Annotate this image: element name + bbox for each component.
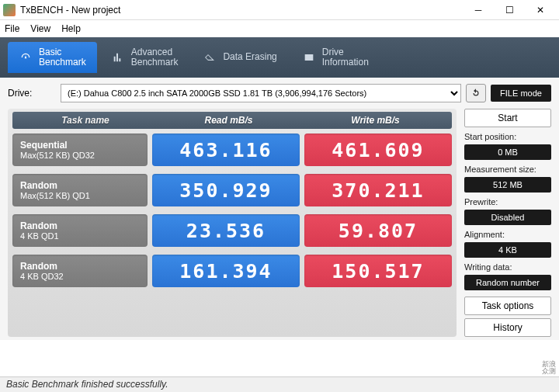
tab-advanced-benchmark[interactable]: Advanced Benchmark — [100, 42, 189, 73]
main-tabs: Basic Benchmark Advanced Benchmark Data … — [0, 37, 559, 78]
table-row: Random4 KB QD32 161.394 150.517 — [12, 255, 452, 287]
write-value: 59.807 — [304, 214, 452, 247]
test-name: Random4 KB QD32 — [12, 255, 148, 287]
write-value: 370.211 — [304, 174, 452, 206]
read-value: 161.394 — [152, 255, 300, 287]
drive-icon — [302, 50, 316, 64]
tab-basic-benchmark[interactable]: Basic Benchmark — [8, 42, 97, 73]
tab-label: Data Erasing — [223, 52, 276, 62]
test-name: RandomMax(512 KB) QD1 — [12, 174, 148, 206]
header-read: Read mB/s — [155, 115, 302, 126]
menu-view[interactable]: View — [30, 23, 50, 34]
table-row: Random4 KB QD1 23.536 59.807 — [12, 214, 452, 247]
refresh-icon — [470, 88, 481, 99]
drive-label: Drive: — [8, 88, 56, 99]
test-name: SequentialMax(512 KB) QD32 — [12, 134, 148, 166]
read-value: 350.929 — [152, 174, 300, 206]
watermark: 新浪 众测 — [542, 361, 556, 375]
start-position-label: Start position: — [464, 132, 551, 141]
refresh-button[interactable] — [466, 84, 486, 102]
read-value: 463.116 — [152, 134, 300, 166]
title-bar: TxBENCH - New project ─ ☐ ✕ — [0, 0, 559, 20]
minimize-button[interactable]: ─ — [463, 2, 494, 19]
erase-icon — [203, 50, 217, 64]
start-position-value[interactable]: 0 MB — [464, 144, 551, 160]
measurement-size-value[interactable]: 512 MB — [464, 177, 551, 193]
prewrite-label: Prewrite: — [464, 197, 551, 206]
header-write: Write mB/s — [302, 115, 449, 126]
prewrite-value[interactable]: Disabled — [464, 210, 551, 225]
status-bar: Basic Benchmark finished successfully. — [0, 376, 559, 392]
start-button[interactable]: Start — [464, 109, 551, 127]
writing-data-label: Writing data: — [464, 262, 551, 272]
header-task: Task name — [16, 115, 155, 126]
tab-label: Drive Information — [322, 47, 369, 68]
test-name: Random4 KB QD1 — [12, 214, 148, 247]
bar-chart-icon — [111, 50, 125, 64]
drive-select[interactable]: (E:) Dahua C800 2.5 inch SATA 2000GB SSD… — [61, 84, 461, 102]
options-sidebar: Start Start position: 0 MB Measurement s… — [464, 109, 551, 337]
alignment-value[interactable]: 4 KB — [464, 242, 551, 258]
table-row: RandomMax(512 KB) QD1 350.929 370.211 — [12, 174, 452, 206]
write-value: 461.609 — [304, 134, 452, 166]
menu-help[interactable]: Help — [61, 23, 81, 34]
history-button[interactable]: History — [464, 318, 551, 337]
table-row: SequentialMax(512 KB) QD32 463.116 461.6… — [12, 134, 452, 166]
menu-file[interactable]: File — [5, 23, 19, 34]
speedometer-icon — [19, 50, 33, 64]
file-mode-button[interactable]: FILE mode — [491, 85, 551, 102]
app-icon — [3, 4, 16, 16]
window-title: TxBENCH - New project — [20, 5, 463, 16]
maximize-button[interactable]: ☐ — [494, 2, 525, 19]
menu-bar: File View Help — [0, 20, 559, 37]
benchmark-table: Task name Read mB/s Write mB/s Sequentia… — [8, 109, 457, 337]
writing-data-value[interactable]: Random number — [464, 275, 551, 290]
write-value: 150.517 — [304, 255, 452, 287]
measurement-size-label: Measurement size: — [464, 165, 551, 174]
tab-drive-information[interactable]: Drive Information — [291, 42, 380, 73]
task-options-button[interactable]: Task options — [464, 297, 551, 315]
tab-data-erasing[interactable]: Data Erasing — [192, 42, 287, 73]
tab-label: Basic Benchmark — [39, 47, 86, 68]
alignment-label: Alignment: — [464, 230, 551, 239]
tab-label: Advanced Benchmark — [131, 47, 179, 68]
close-button[interactable]: ✕ — [525, 2, 556, 19]
read-value: 23.536 — [152, 214, 300, 247]
